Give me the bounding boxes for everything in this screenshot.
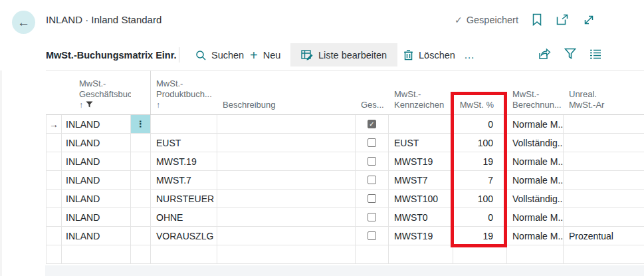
cell-mwst-prozent[interactable]: 7 <box>453 171 507 189</box>
cell-beschreibung[interactable] <box>217 190 356 207</box>
cell-produktbuchungsgruppe[interactable]: NURSTEUER <box>151 190 217 207</box>
cell-gesperrt[interactable] <box>356 134 389 152</box>
cell-unreal-mwst-art[interactable] <box>564 134 644 152</box>
cell-berechnungsart[interactable]: Vollständig... <box>507 190 564 207</box>
cell-kennzeichen[interactable] <box>389 115 453 133</box>
cell-geschaeftsbuchungsgruppe[interactable]: INLAND <box>62 152 131 170</box>
cell-gesperrt[interactable] <box>356 171 389 189</box>
cell-gesperrt[interactable] <box>356 227 389 245</box>
cell-kennzeichen[interactable]: MWST100 <box>389 190 453 207</box>
gesperrt-checkbox[interactable] <box>368 120 376 128</box>
cell-berechnungsart[interactable]: Vollständig... <box>507 134 564 152</box>
cell-unreal-mwst-art[interactable]: Prozentual <box>564 227 644 245</box>
cell-produktbuchungsgruppe[interactable] <box>151 245 217 263</box>
sort-ascending-icon: ↑ <box>156 100 160 110</box>
gesperrt-checkbox[interactable] <box>368 157 376 166</box>
column-header-kennzeichen[interactable]: MwSt.- Kennzeichen <box>389 70 453 114</box>
cell-mwst-prozent[interactable] <box>453 245 507 263</box>
gesperrt-checkbox[interactable] <box>368 176 376 184</box>
cell-unreal-mwst-art[interactable] <box>564 171 644 189</box>
cell-beschreibung[interactable] <box>217 208 356 226</box>
cell-geschaeftsbuchungsgruppe[interactable]: INLAND <box>62 115 131 133</box>
cell-berechnungsart[interactable] <box>507 245 564 263</box>
cell-gesperrt[interactable] <box>356 208 389 226</box>
cell-produktbuchungsgruppe[interactable]: MWST.7 <box>151 171 217 189</box>
table-row-empty <box>46 245 644 264</box>
filter-icon[interactable] <box>564 48 576 62</box>
cell-beschreibung[interactable] <box>217 245 356 263</box>
cell-geschaeftsbuchungsgruppe[interactable]: INLAND <box>62 171 131 189</box>
column-header-geschaeftsbuchungsgruppe[interactable]: MwSt.- Geschäftsbuc... ↑ <box>62 70 131 114</box>
cell-kennzeichen[interactable]: MWST19 <box>389 152 453 170</box>
cell-berechnungsart[interactable]: Normale M... <box>507 171 564 189</box>
new-button[interactable]: + Neu <box>250 39 280 70</box>
gesperrt-checkbox[interactable] <box>368 138 376 147</box>
cell-kennzeichen[interactable]: MWST19 <box>389 227 453 245</box>
cell-unreal-mwst-art[interactable] <box>564 208 644 226</box>
cell-berechnungsart[interactable]: Normale M... <box>507 227 564 245</box>
delete-button[interactable]: Löschen <box>403 39 455 70</box>
cell-geschaeftsbuchungsgruppe[interactable]: INLAND <box>62 208 131 226</box>
cell-kennzeichen[interactable]: MWST0 <box>389 208 453 226</box>
cell-kennzeichen[interactable] <box>389 245 453 263</box>
cell-produktbuchungsgruppe[interactable]: MWST.19 <box>151 152 217 170</box>
open-in-window-icon[interactable] <box>556 14 569 25</box>
bookmark-icon[interactable] <box>532 13 542 26</box>
cell-gesperrt[interactable] <box>356 245 389 263</box>
cell-gesperrt[interactable] <box>356 115 389 133</box>
header-menu-spacer <box>131 70 151 114</box>
cell-gesperrt[interactable] <box>356 190 389 207</box>
cell-produktbuchungsgruppe[interactable]: OHNE <box>151 208 217 226</box>
cell-unreal-mwst-art[interactable] <box>564 152 644 170</box>
column-header-berechnungsart[interactable]: MwSt.- Berechnun... <box>507 70 564 114</box>
cell-beschreibung[interactable] <box>217 171 356 189</box>
cell-beschreibung[interactable] <box>217 115 356 133</box>
list-view-icon[interactable] <box>590 49 601 62</box>
cell-gesperrt[interactable] <box>356 152 389 170</box>
cell-beschreibung[interactable] <box>217 134 356 152</box>
cell-beschreibung[interactable] <box>217 227 356 245</box>
cell-kennzeichen[interactable]: MWST7 <box>389 171 453 189</box>
column-header-produktbuchungsgruppe[interactable]: MwSt.- Produktbuch... ↑ <box>151 70 217 114</box>
gesperrt-checkbox[interactable] <box>368 213 376 221</box>
expand-icon[interactable] <box>583 14 595 26</box>
search-button[interactable]: Suchen <box>195 39 244 70</box>
cell-mwst-prozent[interactable]: 0 <box>453 208 507 226</box>
search-icon <box>195 50 206 61</box>
column-header-beschreibung[interactable]: Beschreibung <box>217 70 356 114</box>
gesperrt-checkbox[interactable] <box>368 231 376 240</box>
table-header-row: MwSt.- Geschäftsbuc... ↑ MwSt.- Produktb… <box>46 70 644 114</box>
cell-berechnungsart[interactable]: Normale M... <box>507 115 564 133</box>
cell-produktbuchungsgruppe[interactable]: EUST <box>151 134 217 152</box>
share-icon[interactable] <box>538 48 551 63</box>
gesperrt-checkbox[interactable] <box>368 194 376 203</box>
cell-unreal-mwst-art[interactable] <box>564 245 644 263</box>
cell-beschreibung[interactable] <box>217 152 356 170</box>
row-context-menu-button[interactable]: ⋮ <box>131 115 151 133</box>
cell-geschaeftsbuchungsgruppe[interactable] <box>62 245 131 263</box>
cell-geschaeftsbuchungsgruppe[interactable]: INLAND <box>62 190 131 207</box>
cell-mwst-prozent[interactable]: 0 <box>453 115 507 133</box>
column-header-gesperrt[interactable]: Ges... <box>356 70 389 114</box>
sort-ascending-icon: ↑ <box>79 100 83 110</box>
cell-produktbuchungsgruppe[interactable] <box>151 115 217 133</box>
edit-list-button[interactable]: Liste bearbeiten <box>290 43 397 67</box>
cell-unreal-mwst-art[interactable] <box>564 190 644 207</box>
table-row: INLAND EUST EUST 100 Vollständig... <box>46 134 644 152</box>
column-header-unreal-mwst-art[interactable]: Unreal. MwSt.-Ar <box>564 70 644 114</box>
cell-mwst-prozent[interactable]: 100 <box>453 134 507 152</box>
back-button[interactable]: ← <box>12 11 35 34</box>
cell-kennzeichen[interactable]: EUST <box>389 134 453 152</box>
table-body: → INLAND ⋮ 0 Normale M... INLAND EUST EU… <box>46 114 644 264</box>
cell-geschaeftsbuchungsgruppe[interactable]: INLAND <box>62 134 131 152</box>
cell-unreal-mwst-art[interactable] <box>564 115 644 133</box>
more-options-button[interactable]: … <box>464 39 476 70</box>
column-header-mwst-prozent[interactable]: MwSt. % <box>453 70 507 114</box>
cell-berechnungsart[interactable]: Normale M... <box>507 152 564 170</box>
cell-mwst-prozent[interactable]: 19 <box>453 227 507 245</box>
cell-berechnungsart[interactable]: Normale M... <box>507 208 564 226</box>
cell-mwst-prozent[interactable]: 100 <box>453 190 507 207</box>
cell-geschaeftsbuchungsgruppe[interactable]: INLAND <box>62 227 131 245</box>
cell-produktbuchungsgruppe[interactable]: VORAUSZLG <box>151 227 217 245</box>
cell-mwst-prozent[interactable]: 19 <box>453 152 507 170</box>
